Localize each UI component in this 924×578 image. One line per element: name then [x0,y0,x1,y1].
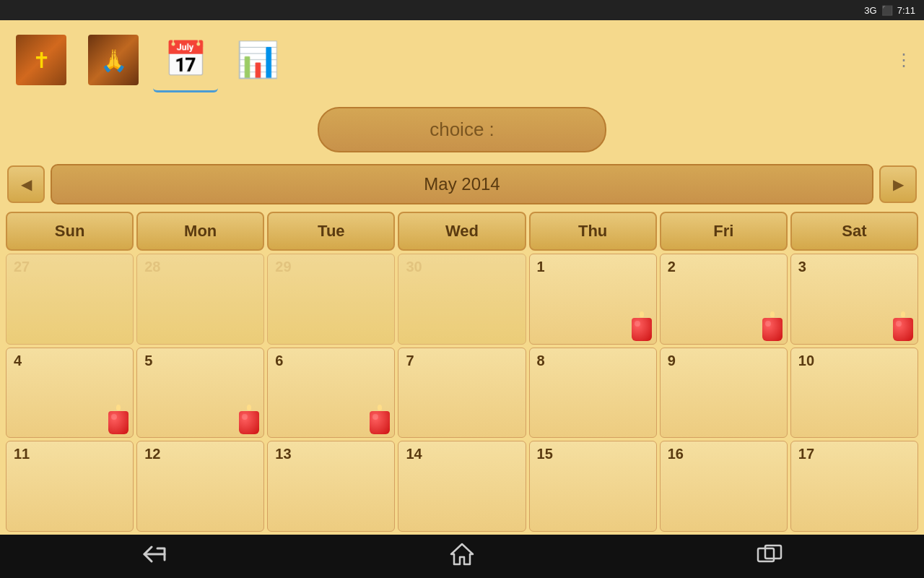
day-number: 28 [144,259,160,275]
tab-jesus[interactable]: ✝ [9,27,74,92]
day-cell-13[interactable]: 13 [267,441,395,532]
day-number: 2 [668,259,676,275]
day-cell-15[interactable]: 15 [529,441,657,532]
day-cell-11[interactable]: 11 [6,441,134,532]
time-display: 7:11 [897,5,915,16]
status-bar: 3G ⬛ 7:11 [0,0,924,20]
day-cell-28[interactable]: 28 [136,254,264,345]
battery-icon: ⬛ [881,5,893,16]
candle-icon [762,311,783,341]
day-number: 17 [798,446,814,462]
tab-calendar[interactable]: 📅 [153,27,218,92]
recents-button[interactable] [735,538,804,575]
day-cell-17[interactable]: 17 [790,441,918,532]
tab-saint[interactable]: 🙏 [81,27,146,92]
day-number: 5 [144,353,152,369]
day-number: 4 [14,353,22,369]
day-cell-5[interactable]: 5 [136,348,264,439]
choice-button[interactable]: choice : [318,107,606,152]
day-number: 3 [798,259,806,275]
tab-chart[interactable]: 📊 [225,27,290,92]
day-number: 27 [14,259,30,275]
header-tue: Tue [267,212,395,251]
day-cell-1[interactable]: 1 [529,254,657,345]
day-cell-7[interactable]: 7 [398,348,526,439]
menu-dots-button[interactable]: ⋮ [895,50,912,70]
weekday-headers: Sun Mon Tue Wed Thu Fri Sat [6,212,918,251]
day-number: 10 [798,353,814,369]
bottom-navigation [0,535,924,578]
day-number: 12 [144,446,160,462]
choice-bar: choice : [0,100,924,160]
candle-icon [632,311,652,341]
calendar-grid: Sun Mon Tue Wed Thu Fri Sat 27 28 29 30 … [0,209,924,535]
month-title: May 2014 [51,164,873,204]
day-number: 15 [537,446,553,462]
day-cell-6[interactable]: 6 [267,348,395,439]
day-cell-16[interactable]: 16 [660,441,788,532]
day-number: 8 [537,353,545,369]
candle-icon [893,311,913,341]
day-cell-10[interactable]: 10 [790,348,918,439]
calendar-week-2: 4 5 6 [6,348,918,439]
candle-icon [239,405,259,434]
candle-icon [108,405,128,434]
next-month-button[interactable]: ▶ [879,165,917,203]
day-cell-29[interactable]: 29 [267,254,395,345]
calendar-week-3: 11 12 13 14 15 16 17 [6,441,918,532]
back-button[interactable] [120,538,189,575]
header-sun: Sun [6,212,134,251]
day-cell-8[interactable]: 8 [529,348,657,439]
day-cell-9[interactable]: 9 [660,348,788,439]
header-sat: Sat [790,212,918,251]
day-cell-14[interactable]: 14 [398,441,526,532]
day-cell-30[interactable]: 30 [398,254,526,345]
header-wed: Wed [398,212,526,251]
day-number: 14 [406,446,422,462]
day-number: 13 [275,446,291,462]
day-cell-4[interactable]: 4 [6,348,134,439]
day-cell-2[interactable]: 2 [660,254,788,345]
calendar-week-1: 27 28 29 30 1 2 [6,254,918,345]
day-cell-12[interactable]: 12 [136,441,264,532]
day-number: 6 [275,353,283,369]
day-number: 1 [537,259,545,275]
day-cell-27[interactable]: 27 [6,254,134,345]
day-number: 9 [668,353,676,369]
day-number: 11 [14,446,30,462]
day-number: 7 [406,353,414,369]
prev-month-button[interactable]: ◀ [7,165,45,203]
day-number: 30 [406,259,422,275]
header-fri: Fri [660,212,788,251]
network-indicator: 3G [864,5,876,16]
header-mon: Mon [136,212,264,251]
header-thu: Thu [529,212,657,251]
candle-icon [370,405,390,434]
home-button[interactable] [428,537,496,577]
day-number: 29 [275,259,291,275]
day-number: 16 [668,446,684,462]
day-cell-3[interactable]: 3 [790,254,918,345]
month-navigation: ◀ May 2014 ▶ [0,160,924,209]
tab-bar: ✝ 🙏 📅 📊 ⋮ [0,20,924,100]
